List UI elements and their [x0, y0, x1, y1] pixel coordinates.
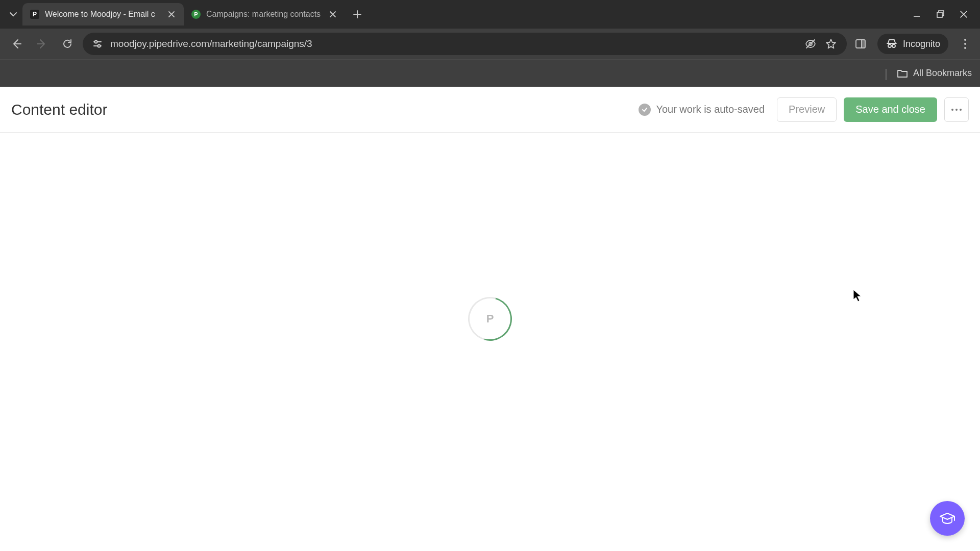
- tab-title: Campaigns: marketing contacts: [206, 10, 323, 19]
- cookie-blocking-button[interactable]: [804, 37, 817, 51]
- svg-point-10: [888, 44, 891, 47]
- svg-rect-9: [862, 40, 865, 48]
- svg-point-13: [964, 43, 966, 45]
- tab-favicon-pipedrive: P: [30, 9, 40, 19]
- svg-point-6: [98, 45, 101, 47]
- nav-reload-button[interactable]: [57, 34, 78, 54]
- spinner-ring-icon: P: [460, 289, 520, 348]
- save-and-close-button[interactable]: Save and close: [844, 97, 937, 122]
- more-actions-button[interactable]: [944, 97, 969, 122]
- tune-icon: [92, 39, 103, 49]
- dots-horizontal-icon: [951, 108, 962, 111]
- help-fab-button[interactable]: [930, 501, 965, 536]
- autosave-indicator: Your work is auto-saved: [639, 104, 765, 116]
- tab-title: Welcome to Moodjoy - Email c: [45, 10, 161, 19]
- site-settings-button[interactable]: [92, 38, 103, 49]
- window-controls: [911, 8, 980, 20]
- window-close[interactable]: [958, 8, 970, 20]
- window-minimize[interactable]: [911, 8, 923, 20]
- app-area: Content editor Your work is auto-saved P…: [0, 87, 980, 551]
- browser-tab-active[interactable]: P Welcome to Moodjoy - Email c: [22, 3, 184, 26]
- arrow-left-icon: [11, 38, 22, 49]
- address-row: moodjoy.pipedrive.com/marketing/campaign…: [0, 29, 980, 59]
- svg-rect-4: [937, 12, 942, 17]
- cursor-icon: [853, 289, 862, 303]
- spinner-letter: P: [486, 312, 494, 325]
- graduation-cap-icon: [938, 509, 957, 528]
- all-bookmarks-button[interactable]: All Bookmarks: [897, 68, 972, 79]
- incognito-icon: [886, 38, 898, 50]
- minimize-icon: [913, 10, 921, 18]
- check-circle-icon: [639, 104, 651, 116]
- dots-vertical-icon: [964, 38, 967, 49]
- browser-tab-inactive[interactable]: P Campaigns: marketing contacts: [184, 3, 345, 26]
- svg-text:P: P: [194, 11, 198, 17]
- svg-point-16: [955, 109, 958, 111]
- svg-point-12: [964, 39, 966, 41]
- mouse-cursor: [853, 289, 862, 305]
- folder-icon: [897, 68, 908, 79]
- tab-close-button[interactable]: [166, 9, 177, 19]
- check-icon: [641, 106, 648, 113]
- header-actions: Your work is auto-saved Preview Save and…: [639, 97, 969, 122]
- plus-icon: [353, 10, 362, 19]
- autosave-text: Your work is auto-saved: [656, 104, 765, 115]
- eye-off-icon: [805, 38, 816, 49]
- preview-button[interactable]: Preview: [777, 97, 837, 122]
- arrow-right-icon: [36, 38, 47, 49]
- window-maximize[interactable]: [934, 8, 946, 20]
- tab-favicon-pipedrive: P: [191, 9, 201, 19]
- close-icon: [960, 10, 968, 18]
- bookmarks-bar: | All Bookmarks: [0, 59, 980, 87]
- incognito-label: Incognito: [903, 39, 940, 49]
- address-bar[interactable]: moodjoy.pipedrive.com/marketing/campaign…: [83, 33, 847, 55]
- svg-text:P: P: [33, 11, 37, 18]
- browser-chrome: P Welcome to Moodjoy - Email c P Campaig…: [0, 0, 980, 87]
- divider: |: [885, 66, 888, 81]
- all-bookmarks-label: All Bookmarks: [913, 68, 972, 79]
- nav-back-button[interactable]: [6, 34, 27, 54]
- svg-point-15: [951, 109, 953, 111]
- panel-icon: [855, 38, 866, 49]
- svg-point-17: [960, 109, 962, 111]
- new-tab-button[interactable]: [348, 5, 366, 23]
- tab-close-button[interactable]: [328, 9, 338, 19]
- tab-search-dropdown[interactable]: [4, 5, 22, 23]
- reload-icon: [62, 38, 73, 49]
- svg-point-11: [892, 44, 895, 47]
- close-icon: [329, 11, 336, 18]
- maximize-icon: [936, 10, 944, 18]
- side-panel-button[interactable]: [852, 35, 869, 53]
- app-header: Content editor Your work is auto-saved P…: [0, 87, 980, 133]
- tab-bar: P Welcome to Moodjoy - Email c P Campaig…: [0, 0, 980, 29]
- loading-spinner: P: [468, 297, 512, 341]
- nav-forward-button[interactable]: [32, 34, 52, 54]
- bookmark-button[interactable]: [824, 37, 838, 51]
- url-text: moodjoy.pipedrive.com/marketing/campaign…: [110, 38, 797, 49]
- close-icon: [168, 11, 175, 18]
- browser-menu-button[interactable]: [957, 35, 974, 53]
- svg-point-14: [964, 47, 966, 49]
- page-title: Content editor: [11, 101, 107, 118]
- incognito-badge[interactable]: Incognito: [877, 34, 948, 54]
- svg-point-5: [95, 41, 97, 43]
- star-icon: [825, 38, 837, 49]
- chevron-down-icon: [9, 10, 17, 18]
